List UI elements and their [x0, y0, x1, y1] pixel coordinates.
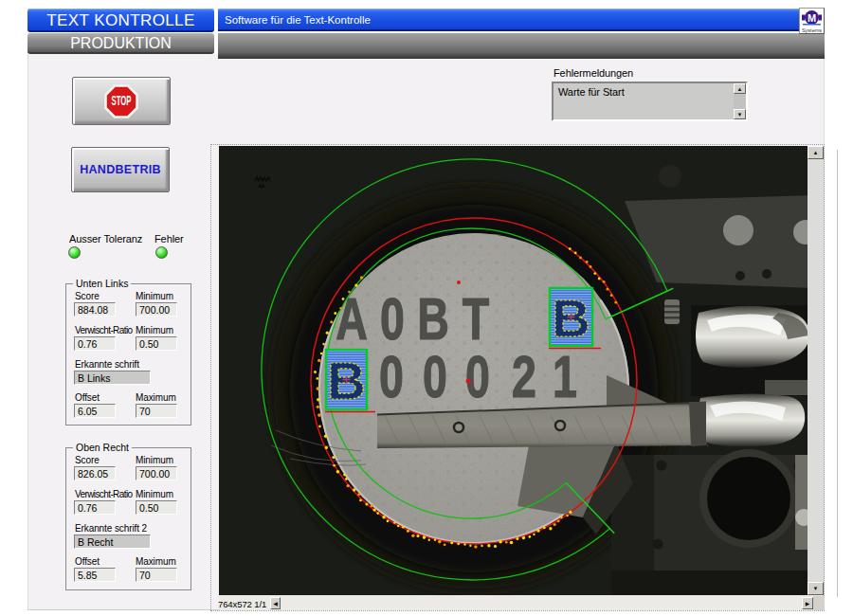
svg-text:Systems: Systems	[802, 27, 822, 33]
svg-text:2: 2	[512, 343, 536, 409]
svg-text:STOP: STOP	[112, 93, 132, 108]
svg-text:0: 0	[379, 343, 404, 409]
svg-text:0: 0	[380, 285, 405, 352]
svg-text:1: 1	[553, 343, 577, 409]
svg-text:A: A	[336, 285, 368, 352]
svg-text:0: 0	[465, 343, 490, 409]
svg-text:B: B	[417, 285, 449, 352]
svg-text:M: M	[808, 12, 816, 24]
svg-text:0: 0	[423, 343, 447, 409]
svg-text:T: T	[463, 285, 490, 352]
